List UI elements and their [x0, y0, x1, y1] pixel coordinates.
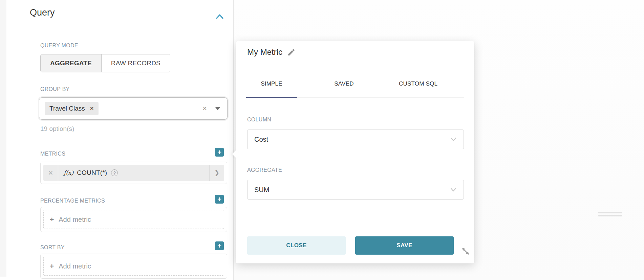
section-divider — [30, 29, 224, 29]
skeleton-line-1 — [598, 212, 622, 213]
query-section-title: Query — [30, 7, 55, 18]
aggregate-select[interactable]: SUM — [247, 180, 464, 200]
resize-diagonal-icon — [460, 246, 471, 256]
chevron-up-icon — [215, 13, 224, 20]
collapse-section-button[interactable] — [215, 13, 224, 20]
chevron-down-icon — [450, 187, 457, 192]
query-mode-raw-records[interactable]: RAW RECORDS — [102, 54, 170, 72]
group-by-tag-label: Travel Class — [49, 105, 85, 112]
plus-icon: + — [50, 262, 54, 270]
column-select-value: Cost — [254, 136, 268, 143]
metric-remove-icon[interactable]: ✕ — [43, 165, 58, 181]
metric-expand-chevron-icon[interactable]: ❯ — [209, 165, 224, 181]
canvas-separator-line — [475, 256, 644, 256]
column-select[interactable]: Cost — [247, 130, 464, 149]
group-by-label: GROUP BY — [40, 86, 70, 92]
column-label: COLUMN — [247, 117, 271, 123]
sort-by-container: + Add metric — [40, 254, 227, 279]
edit-metric-name-button[interactable] — [287, 48, 296, 56]
query-mode-label: QUERY MODE — [40, 43, 78, 49]
tag-remove-icon[interactable]: ✕ — [90, 106, 94, 112]
metric-pill-count[interactable]: ✕ ƒ(x) COUNT(*) ? ❯ — [43, 165, 224, 181]
left-rail — [0, 0, 6, 277]
popover-header: My Metric — [236, 41, 474, 63]
add-sort-by-dropzone[interactable]: + Add metric — [43, 257, 224, 276]
select-clear-icon[interactable]: × — [202, 104, 207, 113]
aggregate-select-value: SUM — [254, 186, 269, 194]
plus-icon: + — [217, 242, 221, 249]
add-percentage-metric-dropzone[interactable]: + Add metric — [43, 210, 224, 229]
chevron-down-icon — [450, 137, 457, 142]
plus-icon: + — [217, 149, 221, 156]
metric-editor-popover: My Metric SIMPLE SAVED CUSTOM SQL COLUMN… — [236, 41, 474, 263]
plus-icon: + — [217, 196, 221, 203]
explore-screen: Query QUERY MODE AGGREGATE RAW RECORDS G… — [0, 0, 644, 280]
add-percentage-metric-button[interactable]: + — [215, 195, 224, 204]
metric-pill-label: COUNT(*) — [77, 169, 107, 177]
pencil-icon — [287, 48, 296, 56]
add-metric-placeholder: Add metric — [59, 262, 91, 270]
group-by-tag[interactable]: Travel Class ✕ — [45, 102, 99, 115]
popover-resize-handle[interactable] — [460, 246, 471, 257]
metric-name: My Metric — [247, 47, 282, 57]
function-icon: ƒ(x) — [64, 169, 73, 176]
metric-info-icon[interactable]: ? — [111, 169, 118, 176]
query-mode-aggregate[interactable]: AGGREGATE — [41, 54, 102, 72]
percentage-metrics-label: PERCENTAGE METRICS — [40, 198, 105, 204]
active-tab-indicator — [246, 97, 297, 98]
sort-by-label: SORT BY — [40, 244, 65, 251]
add-sort-by-button[interactable]: + — [215, 241, 224, 250]
add-metric-button[interactable]: + — [215, 148, 224, 157]
plus-icon: + — [50, 215, 54, 224]
caret-down-icon[interactable] — [215, 107, 220, 110]
group-by-select[interactable]: Travel Class ✕ × — [39, 97, 228, 120]
save-button[interactable]: SAVE — [355, 236, 454, 255]
metrics-label: METRICS — [40, 151, 65, 157]
tab-simple[interactable]: SIMPLE — [261, 80, 282, 87]
percentage-metrics-container: + Add metric — [40, 207, 227, 232]
aggregate-label: AGGREGATE — [247, 167, 282, 173]
tab-custom-sql[interactable]: CUSTOM SQL — [399, 80, 437, 87]
group-by-options-hint: 19 option(s) — [40, 125, 74, 133]
tab-saved[interactable]: SAVED — [334, 80, 353, 87]
close-button[interactable]: CLOSE — [247, 236, 346, 255]
query-mode-toggle: AGGREGATE RAW RECORDS — [40, 54, 170, 72]
skeleton-line-2 — [598, 215, 622, 216]
add-metric-placeholder: Add metric — [59, 216, 91, 224]
metrics-container: ✕ ƒ(x) COUNT(*) ? ❯ — [40, 162, 227, 184]
